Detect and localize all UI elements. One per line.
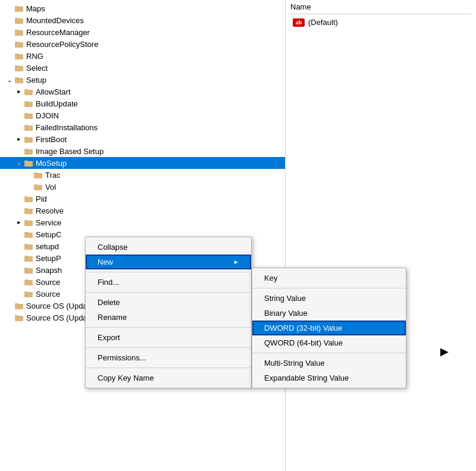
expand-arrow [14,241,24,251]
folder-icon [24,134,33,144]
tree-item-failedinstallations[interactable]: FailedInstallations [0,121,285,133]
menu-item-key[interactable]: Key [252,271,406,285]
tree-item-vol[interactable]: Vol [0,181,285,193]
menu-item-qword-value[interactable]: QWORD (64-bit) Value [252,335,406,350]
svg-rect-0 [15,7,23,12]
menu-item-export[interactable]: Export [86,330,251,345]
tree-item-buildupdate[interactable]: BuildUpdate [0,98,285,109]
menu-item-permissions[interactable]: Permissions... [86,350,251,365]
folder-icon [24,253,33,263]
col-name-header: Name [290,2,409,11]
menu-item-label: Expandable String Value [264,373,349,382]
tree-item-pid[interactable]: Pid [0,193,285,205]
expand-arrow [5,301,14,310]
svg-rect-11 [15,65,18,67]
svg-rect-43 [24,256,33,262]
tree-item-resourcepolicystore[interactable]: ResourcePolicyStore [0,38,285,50]
svg-rect-41 [24,244,33,250]
tree-item-label: Select [26,64,48,73]
value-pane: Name ab (Default) [286,0,476,471]
tree-item-service[interactable]: ► Service [0,216,285,228]
folder-icon [24,111,33,120]
svg-rect-34 [24,196,28,197]
menu-item-delete[interactable]: Delete [86,295,251,310]
svg-rect-35 [24,209,33,214]
expand-arrow [14,111,24,120]
folder-icon-open [24,158,33,168]
svg-rect-4 [15,30,23,36]
menu-item-find[interactable]: Find... [86,275,251,290]
tree-item-firstboot[interactable]: ► FirstBoot [0,133,285,145]
tree-item-mosetup[interactable]: ⌄ MoSetup [0,157,285,169]
tree-item-allowstart[interactable]: ► AllowStart [0,86,285,98]
expand-arrow: ► [14,134,24,144]
submenu-arrow: ► [233,259,239,265]
menu-item-label: Binary Value [264,309,308,318]
svg-rect-22 [24,125,28,126]
expand-arrow [24,182,33,191]
svg-rect-46 [24,268,28,269]
tree-item-rng[interactable]: RNG [0,50,285,62]
menu-item-collapse[interactable]: Collapse [86,240,251,255]
expand-arrow-setup: ⌄ [5,75,14,84]
tree-item-djoin[interactable]: DJOIN [0,109,285,121]
svg-rect-21 [24,125,33,131]
tree-item-label: MountedDevices [26,16,84,25]
tree-item-trac[interactable]: Trac [0,169,285,181]
folder-icon [14,39,24,49]
ab-icon: ab [293,18,305,27]
menu-item-copykeyname[interactable]: Copy Key Name [86,370,251,385]
folder-icon [24,206,33,215]
folder-icon [14,27,24,37]
menu-item-binary-value[interactable]: Binary Value [252,306,406,321]
svg-rect-32 [34,184,37,186]
svg-rect-15 [24,90,33,95]
tree-item-label: Source [36,278,60,287]
svg-rect-42 [24,244,28,245]
expand-arrow [5,39,14,49]
expand-arrow [14,99,24,108]
svg-rect-10 [15,66,23,71]
tree-item-mounteddevices[interactable]: MountedDevices [0,14,285,26]
menu-item-label: DWORD (32-bit) Value [264,324,342,332]
tree-item-resourcemanager[interactable]: ResourceManager [0,26,285,38]
expand-arrow [14,146,24,156]
default-value-row[interactable]: ab (Default) [290,17,471,28]
menu-item-label: Export [98,333,120,342]
folder-icon [24,123,33,132]
svg-rect-31 [34,185,42,190]
folder-icon [14,63,24,73]
menu-item-expandable-value[interactable]: Expandable String Value [252,370,406,385]
tree-item-select[interactable]: Select [0,62,285,74]
tree-item-label: MoSetup [36,159,67,168]
folder-icon [24,194,33,203]
tree-item-label: BuildUpdate [36,99,78,108]
menu-item-rename[interactable]: Rename [86,310,251,325]
menu-item-new[interactable]: New ► [86,255,251,269]
folder-icon [24,230,33,239]
svg-rect-18 [24,101,28,102]
svg-rect-19 [24,114,33,119]
tree-item-maps[interactable]: Maps [0,2,285,14]
svg-rect-54 [15,315,18,316]
expand-arrow [5,313,14,322]
svg-rect-36 [24,208,28,209]
tree-item-setup[interactable]: ⌄ Setup [0,74,285,86]
menu-item-label: Permissions... [98,353,146,362]
svg-rect-38 [24,220,28,221]
menu-item-label: Key [264,274,277,282]
menu-item-multistring-value[interactable]: Multi-String Value [252,356,406,370]
tree-item-imagebasedsetup[interactable]: Image Based Setup [0,145,285,157]
menu-item-dword-value[interactable]: DWORD (32-bit) Value [252,321,406,335]
svg-rect-3 [15,18,18,19]
tree-item-label: AllowStart [36,87,71,96]
svg-rect-23 [24,137,33,143]
svg-rect-26 [24,149,28,150]
svg-rect-25 [24,149,33,155]
tree-item-resolve[interactable]: Resolve [0,205,285,216]
menu-item-label: Delete [98,298,120,307]
menu-item-label: Collapse [98,243,128,252]
menu-item-string-value[interactable]: String Value [252,291,406,306]
svg-rect-12 [15,78,23,83]
expand-arrow: ⌄ [14,158,24,168]
